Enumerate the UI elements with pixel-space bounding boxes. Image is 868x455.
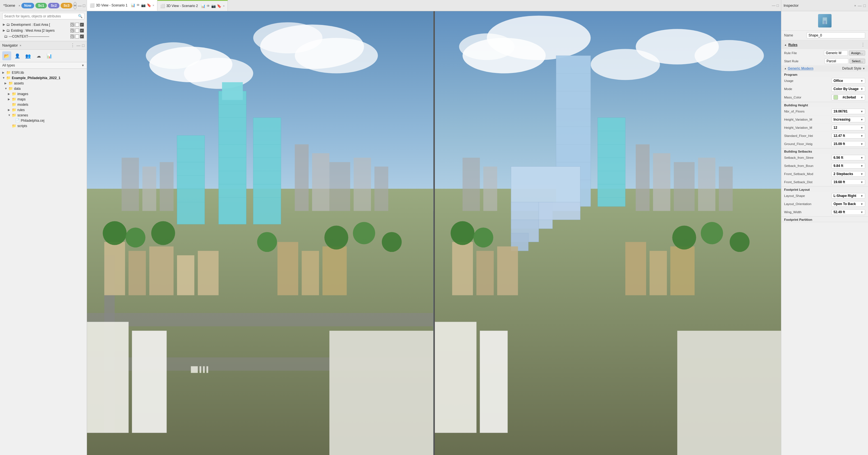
mode-dropdown[interactable]: Color By Usage ▼: [832, 86, 865, 92]
layer-check-checked3[interactable]: ✓: [80, 34, 84, 38]
tree-item-assets[interactable]: ▶ 📁 assets: [0, 81, 87, 86]
layer-item-context[interactable]: 🗂 ---CONTEXT------------------- ✓: [2, 33, 85, 39]
layer-check-diag2[interactable]: [70, 29, 74, 33]
layer-check-diag3[interactable]: [70, 34, 74, 38]
setback-bound-dropdown[interactable]: 9.84 ft ▼: [832, 163, 865, 169]
wing-width-row[interactable]: Wing_Width 52.49 ft ▼: [781, 208, 868, 216]
tab1-eye-icon[interactable]: 👁: [136, 3, 140, 7]
front-dist-dropdown[interactable]: 19.68 ft ▼: [832, 179, 865, 185]
inspector-maximize-icon[interactable]: □: [864, 3, 866, 8]
navigator-maximize-icon[interactable]: □: [82, 43, 85, 48]
tree-item-maps[interactable]: ▶ 📁 maps: [0, 96, 87, 102]
tree-item-scenes[interactable]: ▼ 📁 scenes: [0, 113, 87, 118]
front-dist-row[interactable]: Front_Setback_Dist 19.68 ft ▼: [781, 178, 868, 186]
navigator-more-icon[interactable]: ⋮: [70, 43, 75, 48]
height-var-m-dropdown[interactable]: Increasing ▼: [832, 117, 865, 122]
layer-item-development[interactable]: ▶ 🗂 Development : East Area [ ✓: [2, 22, 85, 28]
nav-folder-open-btn[interactable]: 📂: [2, 51, 11, 60]
layout-orient-dropdown[interactable]: Open To Back ▼: [832, 201, 865, 207]
select-btn[interactable]: Select...: [849, 59, 865, 64]
std-floor-dropdown[interactable]: 12.47 ft ▼: [832, 133, 865, 139]
tree-item-esrilib[interactable]: ▶ 📁 ESRI.lib: [0, 70, 87, 75]
tree-item-models[interactable]: 📁 models: [0, 102, 87, 107]
inspector-minimize-icon[interactable]: —: [858, 3, 862, 8]
ground-floor-dropdown[interactable]: 15.09 ft ▼: [832, 141, 865, 147]
center-maximize-icon[interactable]: □: [777, 3, 779, 7]
tab1-bar-icon[interactable]: 📊: [131, 3, 135, 7]
usage-row[interactable]: Usage Office ▼: [781, 77, 868, 85]
height-var-m-row[interactable]: Height_Variation_M Increasing ▼: [781, 116, 868, 124]
tab-scenario1[interactable]: ⬜ 3D View - Scenario 1 📊 👁 📷 🔖 ×: [87, 0, 157, 11]
layer-check-box2[interactable]: [75, 29, 79, 33]
wing-width-dropdown[interactable]: 52.49 ft ▼: [832, 209, 865, 215]
tab2-bookmark-icon[interactable]: 🔖: [217, 4, 221, 8]
tab-scenario1-close[interactable]: ×: [153, 4, 154, 7]
setback-bound-row[interactable]: Setback_from_Boun 9.84 ft ▼: [781, 162, 868, 170]
pill-sc3[interactable]: Sc3: [61, 3, 72, 8]
std-floor-row[interactable]: Standard_Floor_Hei 12.47 ft ▼: [781, 132, 868, 140]
navigator-close-btn[interactable]: ×: [20, 44, 21, 47]
tree-item-philadelphia[interactable]: 📄 Philadelphia.cej: [0, 118, 87, 123]
tree-item-example[interactable]: ▼ 📁 Example_Philadelphia_2022_1: [0, 75, 87, 81]
inspector-close-btn[interactable]: ×: [854, 4, 856, 7]
tree-item-rules[interactable]: ▶ 📁 rules: [0, 107, 87, 113]
rules-section-more-icon[interactable]: ⋮: [861, 42, 865, 48]
rules-section-header[interactable]: ▲ Rules ⋮: [781, 40, 868, 49]
pill-sc2[interactable]: Sc2: [48, 3, 60, 8]
layout-shape-row[interactable]: Layout_Shape L-Shape Right ▼: [781, 192, 868, 200]
tab2-eye-icon[interactable]: 👁: [207, 4, 210, 8]
tab2-camera-icon[interactable]: 📷: [211, 4, 216, 8]
tab1-bookmark-icon[interactable]: 🔖: [147, 3, 151, 7]
layer-item-existing[interactable]: ▶ 🗂 Existing : West Area [2 layers ✓: [2, 28, 85, 33]
setback-street-row[interactable]: Setback_from_Stree 6.56 ft ▼: [781, 154, 868, 162]
search-input[interactable]: [4, 14, 78, 18]
height-var-m2-dropdown[interactable]: 12 ▼: [832, 125, 865, 130]
front-mod-dropdown[interactable]: 2 Stepbacks ▼: [832, 171, 865, 177]
center-minimize-icon[interactable]: —: [772, 3, 775, 7]
assign-btn[interactable]: Assign...: [849, 51, 865, 56]
ground-floor-row[interactable]: Ground_Floor_Heig 15.09 ft ▼: [781, 140, 868, 148]
pill-sc1[interactable]: Sc1: [35, 3, 47, 8]
layer-check-box[interactable]: [75, 23, 79, 27]
mass-color-row[interactable]: Mass_Color #c3e4ad ▼: [781, 93, 868, 102]
tab-scenario2-close[interactable]: ×: [223, 4, 224, 7]
nav-cloud-btn[interactable]: ☁: [34, 51, 43, 60]
tab-scenario2[interactable]: ⬜ 3D View - Scenario 2 📊 👁 📷 🔖 ×: [157, 0, 228, 11]
front-mod-row[interactable]: Front_Setback_Mod 2 Stepbacks ▼: [781, 170, 868, 178]
tree-item-images[interactable]: ▶ 📁 images: [0, 91, 87, 96]
nav-user-btn[interactable]: 👤: [13, 51, 22, 60]
tab1-camera-icon[interactable]: 📷: [141, 3, 146, 7]
add-scenario-btn[interactable]: +: [73, 2, 76, 9]
layer-check-diag[interactable]: [70, 23, 74, 27]
usage-dropdown[interactable]: Office ▼: [832, 78, 865, 84]
layout-orient-row[interactable]: Layout_Orientation Open To Back ▼: [781, 200, 868, 208]
nbr-floors-row[interactable]: Nbr_of_Floors 19.06781 ▼: [781, 108, 868, 116]
inspector-name-input[interactable]: [807, 32, 865, 38]
tree-toggle-rules: ▶: [8, 108, 11, 111]
tree-item-scripts[interactable]: 📁 scripts: [0, 123, 87, 128]
layer-check-box3[interactable]: [75, 34, 79, 38]
mode-row[interactable]: Mode Color By Usage ▼: [781, 85, 868, 93]
generic-modern-subsection[interactable]: ▲ Generic Modern Default Style ▼: [781, 65, 868, 71]
minimize-icon[interactable]: —: [78, 3, 82, 8]
mass-color-dropdown[interactable]: #c3e4ad ▼: [832, 94, 865, 100]
nav-chart-btn[interactable]: 📊: [45, 51, 54, 60]
height-var-m2-row[interactable]: Height_Variation_M 12 ▼: [781, 124, 868, 132]
scene-tab-close-btn[interactable]: ×: [19, 4, 20, 7]
navigator-minimize-icon[interactable]: —: [76, 43, 81, 48]
tree-item-data[interactable]: ▼ 📁 data: [0, 86, 87, 91]
layer-check-checked2[interactable]: ✓: [80, 29, 84, 33]
tab2-bar-icon[interactable]: 📊: [201, 4, 205, 8]
layer-check-checked[interactable]: ✓: [80, 23, 84, 27]
nav-group-btn[interactable]: 👥: [24, 51, 33, 60]
layout-shape-dropdown[interactable]: L-Shape Right ▼: [832, 193, 865, 199]
type-filter[interactable]: All types ▼: [0, 62, 87, 69]
maximize-icon[interactable]: □: [83, 3, 85, 8]
pill-now[interactable]: Now: [21, 3, 34, 8]
inspector-section-building-height: Building Height Nbr_of_Floors 19.06781 ▼…: [781, 102, 868, 148]
setback-street-dropdown[interactable]: 6.56 ft ▼: [832, 155, 865, 160]
generic-modern-style-dropdown[interactable]: Default Style ▼: [842, 66, 865, 70]
scene-svg-1: [87, 11, 433, 455]
program-group-label: Program: [781, 71, 868, 77]
nbr-floors-dropdown[interactable]: 19.06781 ▼: [832, 109, 865, 114]
